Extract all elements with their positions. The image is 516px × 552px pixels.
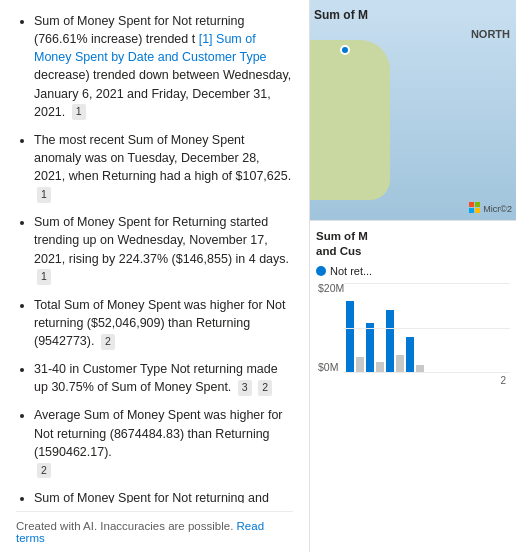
- legend-dot-not-ret: [316, 266, 326, 276]
- bar-not-ret-1: [346, 301, 354, 373]
- main-container: Sum of Money Spent for Not returning (76…: [0, 0, 516, 552]
- badge-4-1: 2: [101, 334, 115, 350]
- map-section: Sum of M NORTH Micr©2: [310, 0, 516, 220]
- chart-y-labels: $20M $0M: [316, 283, 344, 373]
- ms-logo: [469, 202, 481, 216]
- badge-6-1: 2: [37, 463, 51, 479]
- svg-rect-2: [469, 208, 474, 213]
- ms-brand-text: Micr©2: [483, 204, 512, 214]
- chart-title: Sum of M and Cus: [316, 229, 510, 259]
- chart-title-line2: and Cus: [316, 245, 361, 257]
- grid-line-top: [344, 283, 510, 284]
- chart-area: [344, 283, 510, 373]
- map-land: [310, 40, 390, 200]
- insight-text-4: Total Sum of Money Spent was higher for …: [34, 298, 286, 348]
- svg-rect-1: [475, 202, 480, 207]
- bar-ret-3: [396, 355, 404, 373]
- chart-title-line1: Sum of M: [316, 230, 368, 242]
- x-axis-label: 2: [316, 375, 510, 386]
- insights-panel: Sum of Money Spent for Not returning (76…: [0, 0, 310, 552]
- grid-line-bottom: [344, 372, 510, 373]
- list-item: Average Sum of Money Spent was higher fo…: [34, 406, 293, 479]
- grid-line-mid: [344, 328, 510, 329]
- bar-ret-1: [356, 357, 364, 373]
- map-dot: [340, 45, 350, 55]
- ms-branding: Micr©2: [469, 202, 512, 216]
- map-title: Sum of M: [314, 8, 368, 22]
- list-item: Total Sum of Money Spent was higher for …: [34, 296, 293, 350]
- badge-5-2: 2: [258, 380, 272, 396]
- insight-text-6: Average Sum of Money Spent was higher fo…: [34, 408, 283, 458]
- svg-rect-3: [475, 208, 480, 213]
- footer-static-text: Created with AI. Inaccuracies are possib…: [16, 520, 233, 532]
- badge-3-1: 1: [37, 269, 51, 285]
- map-body: Sum of M NORTH Micr©2: [310, 0, 516, 220]
- list-item: Sum of Money Spent for Returning started…: [34, 213, 293, 286]
- y-label-top: $20M: [318, 283, 344, 294]
- insights-list: Sum of Money Spent for Not returning (76…: [16, 12, 293, 503]
- list-item: Sum of Money Spent for Not returning (76…: [34, 12, 293, 121]
- bar-not-ret-4: [406, 337, 414, 373]
- insight-text-7: Sum of Money Spent for Not returning and…: [34, 491, 273, 503]
- badge-1-1: 1: [72, 104, 86, 120]
- badge-2-1: 1: [37, 187, 51, 203]
- legend-label: Not ret...: [330, 265, 372, 277]
- bar-not-ret-3: [386, 310, 394, 373]
- map-north-label: NORTH: [471, 28, 510, 40]
- right-panel: Sum of M NORTH Micr©2: [310, 0, 516, 552]
- chart-legend: Not ret...: [316, 265, 510, 277]
- y-label-bottom: $0M: [318, 362, 344, 373]
- chart-section: Sum of M and Cus Not ret... $20M $0M: [310, 220, 516, 552]
- svg-rect-0: [469, 202, 474, 207]
- list-item: 31-40 in Customer Type Not returning mad…: [34, 360, 293, 396]
- footer: Created with AI. Inaccuracies are possib…: [16, 511, 293, 544]
- insight-text-3: Sum of Money Spent for Returning started…: [34, 215, 289, 265]
- insight-text-2: The most recent Sum of Money Spent anoma…: [34, 133, 291, 183]
- badge-5-1: 3: [238, 380, 252, 396]
- list-item: The most recent Sum of Money Spent anoma…: [34, 131, 293, 204]
- list-item: Sum of Money Spent for Not returning and…: [34, 489, 293, 503]
- bar-not-ret-2: [366, 323, 374, 373]
